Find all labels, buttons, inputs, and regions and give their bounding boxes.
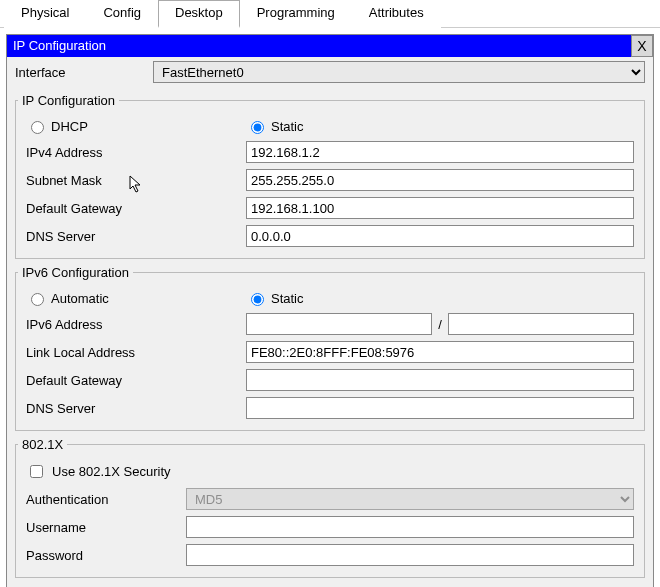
dhcp-label: DHCP (51, 119, 88, 134)
ipv6-gateway-label: Default Gateway (26, 373, 246, 388)
dot1x-fieldset: 802.1X Use 802.1X Security Authenticatio… (15, 437, 645, 578)
static-radio[interactable] (251, 121, 264, 134)
ipv6-static-label: Static (271, 291, 304, 306)
ipv6-address-label: IPv6 Address (26, 317, 246, 332)
subnet-mask-input[interactable] (246, 169, 634, 191)
dns-server-label: DNS Server (26, 229, 246, 244)
ipv6-gateway-input[interactable] (246, 369, 634, 391)
ipv6-dns-label: DNS Server (26, 401, 246, 416)
use-8021x-checkbox[interactable] (30, 465, 43, 478)
titlebar: IP Configuration X (7, 35, 653, 57)
interface-row: Interface FastEthernet0 (7, 57, 653, 87)
ipv6-address-input[interactable] (246, 313, 432, 335)
default-gateway-label: Default Gateway (26, 201, 246, 216)
close-button[interactable]: X (631, 35, 653, 57)
ipv6-prefix-input[interactable] (448, 313, 634, 335)
tab-programming[interactable]: Programming (240, 0, 352, 28)
link-local-input[interactable] (246, 341, 634, 363)
ipv6-dns-input[interactable] (246, 397, 634, 419)
username-label: Username (26, 520, 186, 535)
ipv4-address-input[interactable] (246, 141, 634, 163)
password-input[interactable] (186, 544, 634, 566)
default-gateway-input[interactable] (246, 197, 634, 219)
dhcp-radio[interactable] (31, 121, 44, 134)
ipv4-fieldset: IP Configuration DHCP Static IPv4 Addres… (15, 93, 645, 259)
ipv6-legend: IPv6 Configuration (18, 265, 133, 280)
ipv6-fieldset: IPv6 Configuration Automatic Static IPv6… (15, 265, 645, 431)
subnet-mask-label: Subnet Mask (26, 173, 246, 188)
authentication-select[interactable]: MD5 (186, 488, 634, 510)
authentication-label: Authentication (26, 492, 186, 507)
window-title: IP Configuration (13, 35, 106, 57)
ipv6-prefix-slash: / (432, 317, 448, 332)
ipv6-static-radio[interactable] (251, 293, 264, 306)
link-local-label: Link Local Address (26, 345, 246, 360)
ipv6-auto-label: Automatic (51, 291, 109, 306)
ipv6-auto-radio[interactable] (31, 293, 44, 306)
ipv4-legend: IP Configuration (18, 93, 119, 108)
tab-desktop[interactable]: Desktop (158, 0, 240, 28)
dns-server-input[interactable] (246, 225, 634, 247)
dot1x-legend: 802.1X (18, 437, 67, 452)
ipv4-address-label: IPv4 Address (26, 145, 246, 160)
ip-config-window: IP Configuration X Interface FastEtherne… (6, 34, 654, 587)
interface-label: Interface (15, 65, 145, 80)
top-tabs: Physical Config Desktop Programming Attr… (0, 0, 660, 28)
use-8021x-label: Use 802.1X Security (52, 464, 171, 479)
tab-physical[interactable]: Physical (4, 0, 86, 28)
tab-attributes[interactable]: Attributes (352, 0, 441, 28)
ipv4-mode-row: DHCP Static (18, 114, 642, 138)
interface-select[interactable]: FastEthernet0 (153, 61, 645, 83)
static-label: Static (271, 119, 304, 134)
username-input[interactable] (186, 516, 634, 538)
password-label: Password (26, 548, 186, 563)
tab-config[interactable]: Config (86, 0, 158, 28)
ipv6-mode-row: Automatic Static (18, 286, 642, 310)
